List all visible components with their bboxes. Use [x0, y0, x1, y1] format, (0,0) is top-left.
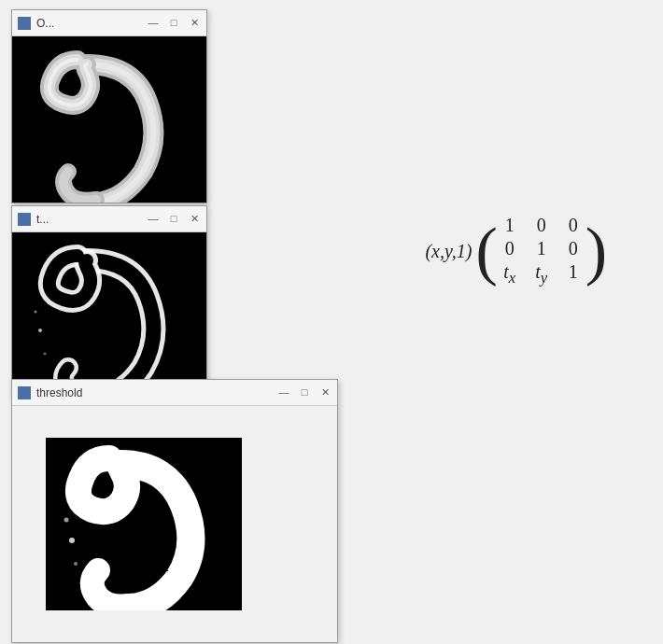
matrix-cell-23: 0 [565, 238, 582, 259]
titlebar-processed[interactable]: t... — □ ✕ [12, 206, 206, 232]
maximize-btn-2[interactable]: □ [167, 214, 180, 224]
matrix-cell-11: 1 [501, 215, 518, 236]
window-content-3 [12, 406, 337, 642]
matrix-prefix: (x,y,1) [425, 241, 472, 262]
math-formula-area: (x,y,1) ( 1 0 0 0 1 0 tx ty 1 ) [425, 215, 607, 287]
window-title-2: t... [36, 213, 141, 226]
matrix-cell-32: ty [533, 261, 550, 287]
titlebar-original[interactable]: O... — □ ✕ [12, 10, 206, 36]
svg-point-8 [81, 585, 85, 589]
close-btn-3[interactable]: ✕ [318, 387, 332, 398]
svg-point-3 [160, 315, 163, 318]
minimize-btn-3[interactable]: — [277, 387, 290, 398]
window-processed: t... — □ ✕ [11, 205, 207, 399]
matrix-row-1: 1 0 0 [501, 215, 582, 236]
hook-threshold-svg [46, 438, 242, 610]
window-icon-3 [18, 386, 31, 399]
minimize-btn-2[interactable]: — [147, 214, 160, 224]
window-title-1: O... [36, 17, 141, 30]
window-controls-3[interactable]: — □ ✕ [277, 387, 332, 398]
svg-point-2 [44, 353, 47, 356]
window-controls-2[interactable]: — □ ✕ [147, 214, 201, 224]
hook-original-svg [12, 36, 206, 203]
matrix-cell-13: 0 [565, 215, 582, 236]
window-original: O... — □ ✕ [11, 9, 207, 203]
svg-point-4 [69, 538, 75, 543]
close-btn-2[interactable]: ✕ [188, 214, 201, 224]
svg-point-7 [198, 525, 203, 529]
matrix-right-paren: ) [585, 218, 607, 284]
matrix-content: 1 0 0 0 1 0 tx ty 1 [501, 215, 582, 287]
canvas-original [12, 36, 206, 203]
svg-point-5 [64, 518, 69, 523]
window-title-3: threshold [36, 386, 272, 399]
matrix-cell-12: 0 [533, 215, 550, 236]
matrix-row-3: tx ty 1 [501, 261, 582, 287]
window-controls-1[interactable]: — □ ✕ [147, 18, 201, 28]
maximize-btn-1[interactable]: □ [167, 18, 180, 28]
canvas-processed [12, 232, 206, 399]
close-btn-1[interactable]: ✕ [188, 18, 201, 28]
hook-processed-svg [12, 232, 206, 399]
matrix-cell-21: 0 [501, 238, 518, 259]
window-content-1 [12, 36, 206, 203]
window-icon-2 [18, 213, 31, 226]
svg-point-6 [74, 562, 78, 566]
window-content-2 [12, 232, 206, 399]
window-threshold: threshold — □ ✕ [11, 379, 338, 643]
matrix-cell-22: 1 [533, 238, 550, 259]
svg-point-1 [35, 311, 37, 314]
maximize-btn-3[interactable]: □ [298, 387, 311, 398]
window-icon-1 [18, 17, 31, 30]
matrix-left-paren: ( [475, 218, 497, 284]
svg-point-0 [38, 329, 42, 332]
minimize-btn-1[interactable]: — [147, 18, 160, 28]
canvas-threshold [46, 438, 242, 610]
matrix-row-2: 0 1 0 [501, 238, 582, 259]
matrix-cell-33: 1 [565, 261, 582, 287]
titlebar-threshold[interactable]: threshold — □ ✕ [12, 380, 337, 406]
matrix-cell-31: tx [501, 261, 518, 287]
